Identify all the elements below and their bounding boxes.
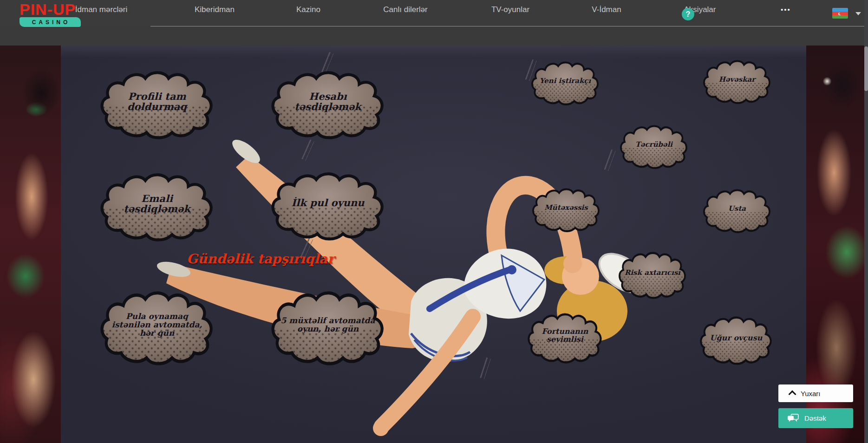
support-chat-button[interactable]: Dəstək [778,408,853,428]
chat-bubbles-icon [788,414,799,423]
level-cloud-risk-seeker[interactable]: Risk axtarıcısı [618,251,687,300]
nav-item-tv-games[interactable]: TV-oyunlar [491,0,529,19]
task-cloud-five-different-slots-daily[interactable]: 5 müxtəlif avtomatda oyun, hər gün [270,290,386,367]
main-navbar [0,26,868,46]
cloud-label: Pula oynamaq istənilən avtomatda, hər gü… [108,295,206,355]
flag-blue-stripe [832,8,848,12]
scroll-top-label: Yuxarı [801,390,821,397]
level-cloud-luck-hunter[interactable]: Uğur ovçusu [699,316,773,366]
language-flag-azerbaijan[interactable] [832,8,848,19]
task-cloud-verify-account[interactable]: Hesabı təsdiqləmək [270,70,386,141]
nav-item-casino[interactable]: Kazino [296,0,320,19]
cloud-label: Emali təsdiqləmək [108,176,206,232]
language-dropdown-caret-icon[interactable] [855,12,861,15]
left-pinup-banner-image [0,46,61,443]
nav-item-v-sport[interactable]: V-İdman [592,0,621,19]
level-cloud-specialist[interactable]: Mütəxəssis [531,188,601,233]
level-cloud-master[interactable]: Usta [702,189,772,234]
cloud-label: İlk pul oyunu [279,176,377,231]
cloud-label: Usta [708,191,766,227]
level-cloud-experienced[interactable]: Təcrübəli [619,124,689,170]
cloud-label: Mütəxəssis [537,190,595,226]
pinup-logo[interactable]: PIN-UP CASINO [20,2,89,28]
logo-wordmark: PIN-UP [20,2,89,17]
password-help-icon[interactable]: ? [682,8,694,20]
nav-item-esports[interactable]: Kiberidman [195,0,235,19]
support-label: Dəstək [804,414,826,422]
logo-casino-label: CASINO [30,19,71,26]
nav-item-live-dealers[interactable]: Canlı dilerlər [383,0,427,19]
flag-green-stripe [832,15,848,19]
logo-casino-banner: CASINO [20,17,81,27]
daily-tasks-heading: Gündəlik tapşırıqlar [187,251,334,267]
task-cloud-verify-email[interactable]: Emali təsdiqləmək [99,172,215,243]
cloud-label: Risk axtarıcısı [623,254,682,292]
right-pinup-banner-image [806,46,864,443]
cloud-label: Fortunanın sevimlisi [533,316,597,356]
header [0,0,868,26]
sailor-pinup-girl-illustration [139,116,650,443]
cloud-label: Uğur ovçusu [705,319,767,358]
cloud-label: Profili tam doldurmaq [108,74,206,130]
cloud-label: Hesabı təsdiqləmək [279,74,377,130]
nav-more-icon[interactable]: ••• [781,0,791,19]
cloud-label: 5 müxtəlif avtomatda oyun, hər gün [279,295,377,355]
level-cloud-newcomer[interactable]: Yeni iştirakçı [530,61,600,106]
scrollbar-thumb[interactable] [864,46,868,91]
nav-separator-line [150,26,868,26]
page: PIN-UP CASINO ? Giriş Qeydiyyat İdman mə… [0,0,868,443]
scroll-to-top-button[interactable]: Yuxarı [778,384,853,402]
task-cloud-fill-profile[interactable]: Profili tam doldurmaq [99,70,215,141]
level-cloud-fortune-favorite[interactable]: Fortunanın sevimlisi [527,313,603,365]
cloud-label: Yeni iştirakçı [536,64,594,99]
task-cloud-play-any-slot-daily[interactable]: Pula oynamaq istənilən avtomatda, hər gü… [99,290,215,367]
flag-crescent-icon [838,13,841,15]
page-scrollbar[interactable] [864,0,868,443]
flag-red-stripe [832,12,848,15]
level-cloud-amateur[interactable]: Həvəskar [702,59,772,105]
cloud-label: Həvəskar [708,62,766,98]
cloud-label: Təcrübəli [625,127,683,163]
task-cloud-first-money-game[interactable]: İlk pul oyunu [270,171,386,242]
chevron-up-icon [789,391,796,398]
